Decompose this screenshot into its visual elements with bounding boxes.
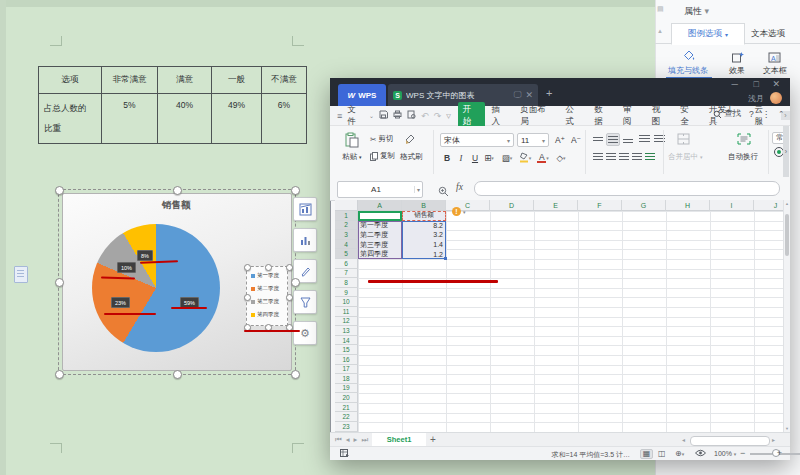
row-header-13[interactable]: 13 [335,326,358,336]
font-size-select[interactable]: 11▾ [517,133,549,147]
underline-button[interactable]: U [468,151,482,164]
row-header-5[interactable]: 5 [335,249,358,259]
wrap-text-button[interactable]: 自动换行 [728,152,758,162]
textbox-label[interactable]: 文本框 [763,65,787,76]
vertical-scrollbar[interactable]: ▲ ▼ [783,200,790,432]
name-box-caret-icon[interactable]: ▾ [414,186,422,193]
column-header-G[interactable]: G [622,200,666,211]
selection-handle-icon[interactable] [55,278,64,287]
horizontal-scrollbar[interactable] [690,436,770,446]
row-header-11[interactable]: 11 [335,307,358,317]
selection-handle-icon[interactable] [244,294,251,301]
row-header-15[interactable]: 15 [335,345,358,355]
first-sheet-icon[interactable]: ⏮ [335,435,342,445]
chart-filter-button[interactable] [293,290,317,314]
selection-handle-icon[interactable] [291,278,300,287]
column-header-J[interactable]: J [754,200,783,211]
italic-button[interactable]: I [454,151,468,164]
normal-view-button[interactable]: ▦ [640,449,653,459]
macro-record-icon[interactable] [340,449,350,460]
row-header-23[interactable]: 23 [335,422,358,432]
search-button[interactable]: 查找 [713,108,741,120]
chart-type-button[interactable] [293,228,317,252]
selection-handle-icon[interactable] [173,186,182,195]
fill-line-label[interactable]: 填充与线条 [668,65,708,76]
zoom-selection-icon[interactable] [438,183,449,201]
column-headers[interactable]: ABCDEFGHIJ [358,200,783,211]
toolbar-options-icon[interactable]: ▽ [446,112,451,119]
pane-scroll-up-icon[interactable]: ▲ [657,28,663,34]
next-sheet-icon[interactable]: ▸ [354,435,358,444]
chart-settings-button[interactable]: ⚙ [293,321,317,345]
column-header-H[interactable]: H [666,200,710,211]
row-headers[interactable]: 1234567891011121314151617181920212223 [335,211,358,432]
paste-icon[interactable] [344,132,360,150]
tab-close-icon[interactable]: ✕ [525,90,533,100]
row-header-22[interactable]: 22 [335,412,358,422]
redo-icon[interactable]: ↷ [434,111,442,121]
chart-elements-button[interactable] [293,197,317,221]
ribbon-expander[interactable]: › [783,126,789,177]
hscroll-left-icon[interactable]: ◂ [682,436,685,443]
row-header-10[interactable]: 10 [335,297,358,307]
page-layout-view-button[interactable]: ⊕▾ [675,449,684,458]
justify-button[interactable] [630,151,644,164]
hamburger-icon[interactable]: ≡ [337,111,342,121]
selection-handle-icon[interactable] [286,294,293,301]
increase-font-button[interactable]: A⁺ [553,133,567,146]
selection-handle-icon[interactable] [244,264,251,271]
column-header-D[interactable]: D [490,200,534,211]
align-left-button[interactable] [591,151,605,164]
row-header-3[interactable]: 3 [335,230,358,240]
selection-handle-icon[interactable] [286,264,293,271]
eraser-button[interactable]: ◇▾ [554,151,568,164]
undo-icon[interactable]: ↶ [421,111,429,121]
active-cell-a1[interactable] [358,211,402,221]
new-tab-button[interactable]: + [546,87,552,99]
decrease-font-button[interactable]: A⁻ [569,133,583,146]
column-header-F[interactable]: F [578,200,622,211]
row-header-16[interactable]: 16 [335,355,358,365]
minimize-button[interactable]: ─ [732,79,738,89]
zoom-plus-button[interactable]: + [777,448,782,458]
file-menu[interactable]: 文件 [347,104,364,128]
row-header-18[interactable]: 18 [335,374,358,384]
row-header-20[interactable]: 20 [335,393,358,403]
borders-button[interactable]: ⊞▾ [482,151,496,164]
font-color-button[interactable]: A▾ [536,151,550,164]
align-center-button[interactable] [604,151,618,164]
row-header-12[interactable]: 12 [335,317,358,327]
close-button[interactable]: ✕ [772,79,780,89]
zoom-percent[interactable]: 100% ▾ [714,450,736,457]
sheet-tab-sheet1[interactable]: Sheet1 [372,433,426,446]
row-header-1[interactable]: 1 [335,211,358,221]
selection-handle-icon[interactable] [291,370,300,379]
eye-protect-button[interactable] [695,449,706,459]
zoom-minus-button[interactable]: − [740,448,745,458]
distributed-button[interactable] [643,151,657,164]
add-sheet-button[interactable]: + [430,434,436,445]
paste-button[interactable]: 粘贴 ▾ [342,152,362,162]
save-icon[interactable] [379,110,388,121]
row-header-6[interactable]: 6 [335,259,358,269]
font-name-select[interactable]: 宋体▾ [440,133,514,147]
cell-shading-button[interactable]: ▨▾ [500,151,514,164]
chart-legend[interactable]: 第一季度第二季度第三季度第四季度 [246,266,288,326]
more-menu-icon[interactable]: ⋮ [762,109,771,119]
selection-handle-icon[interactable] [291,186,300,195]
align-middle-button[interactable] [606,133,620,146]
column-header-A[interactable]: A [358,200,402,211]
bold-button[interactable]: B [440,151,454,164]
name-box[interactable]: A1 ▾ [337,181,423,198]
cast-icon[interactable]: 🖵 [514,90,522,100]
selection-handle-icon[interactable] [173,370,182,379]
fx-label[interactable]: fx [456,182,463,192]
print-icon[interactable] [393,110,402,121]
cell-b1[interactable]: 销售额 [402,211,446,221]
row-header-14[interactable]: 14 [335,336,358,346]
row-header-21[interactable]: 21 [335,403,358,413]
row-header-4[interactable]: 4 [335,240,358,250]
effects-label[interactable]: 效果 [729,65,745,76]
selection-handle-icon[interactable] [265,264,272,271]
decrease-indent-button[interactable] [637,133,651,146]
